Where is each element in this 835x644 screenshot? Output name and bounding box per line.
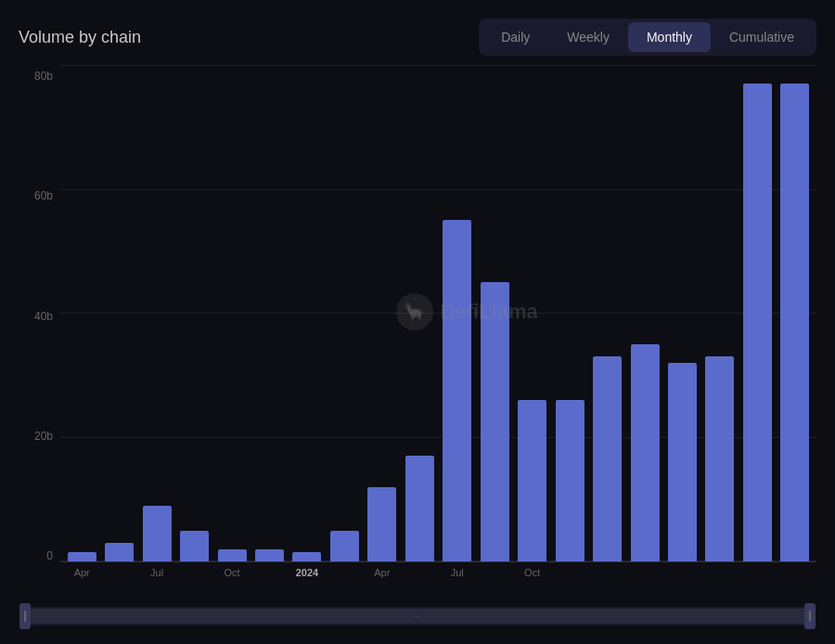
- scrollbar-thumb[interactable]: ⋯: [25, 609, 810, 624]
- tab-weekly[interactable]: Weekly: [548, 22, 628, 52]
- bar-wrapper: [102, 65, 135, 561]
- x-label-wrapper: Apr: [65, 567, 98, 578]
- y-label: 80b: [19, 70, 60, 83]
- x-label: Oct: [224, 567, 239, 578]
- bar-wrapper: [65, 65, 98, 561]
- bar[interactable]: [631, 344, 660, 561]
- bar-wrapper: [778, 65, 812, 561]
- bar[interactable]: [330, 531, 359, 561]
- chart-title: Volume by chain: [19, 28, 141, 47]
- x-label-wrapper: Apr: [366, 567, 399, 578]
- bar[interactable]: [405, 456, 434, 561]
- x-label-wrapper: Jul: [140, 567, 173, 578]
- x-label-wrapper: Oct: [215, 567, 249, 578]
- bar[interactable]: [443, 220, 471, 561]
- y-label: 0: [19, 549, 60, 562]
- main-container: Volume by chain DailyWeeklyMonthlyCumula…: [0, 0, 835, 644]
- bar[interactable]: [292, 552, 321, 561]
- bar-wrapper: [441, 65, 474, 561]
- x-label-wrapper: Oct: [515, 567, 548, 578]
- bars-container: 🦙 DefiLlama: [60, 65, 816, 562]
- bar-wrapper: [290, 65, 324, 561]
- scrollbar-handle-right[interactable]: [804, 603, 816, 629]
- bar[interactable]: [105, 543, 134, 561]
- tab-monthly[interactable]: Monthly: [628, 22, 711, 52]
- bar-wrapper: [252, 65, 286, 561]
- bar[interactable]: [255, 549, 284, 561]
- bar[interactable]: [367, 487, 396, 561]
- bar-wrapper: [515, 65, 548, 561]
- bar-wrapper: [703, 65, 737, 561]
- tab-group: DailyWeeklyMonthlyCumulative: [479, 19, 816, 56]
- bar[interactable]: [518, 400, 546, 561]
- chart-inner: 🦙 DefiLlama AprJulOct2024AprJulOct: [60, 65, 816, 590]
- bar-wrapper: [553, 65, 586, 561]
- y-label: 40b: [19, 310, 60, 323]
- y-label: 20b: [19, 430, 60, 443]
- bar-wrapper: [403, 65, 436, 561]
- bar[interactable]: [556, 400, 584, 561]
- handle-line-right: [809, 611, 811, 622]
- bar-wrapper: [478, 65, 511, 561]
- scrollbar-track[interactable]: ⋯: [23, 607, 812, 625]
- chart-area: 80b60b40b20b0 🦙 DefiLlama AprJulOct202: [19, 65, 816, 590]
- bar[interactable]: [668, 363, 697, 561]
- bar-wrapper: [215, 65, 249, 561]
- x-label-wrapper: 2024: [290, 567, 324, 578]
- scrollbar-handle-left[interactable]: [19, 603, 31, 629]
- x-label: Jul: [150, 567, 163, 578]
- bar-wrapper: [628, 65, 662, 561]
- bar[interactable]: [180, 531, 209, 561]
- bar-wrapper: [740, 65, 774, 561]
- bar[interactable]: [705, 356, 734, 561]
- handle-line-left: [24, 611, 26, 622]
- bar-wrapper: [665, 65, 699, 561]
- x-label-wrapper: Jul: [441, 567, 474, 578]
- chart-header: Volume by chain DailyWeeklyMonthlyCumula…: [19, 19, 816, 56]
- bar[interactable]: [218, 549, 247, 561]
- bar[interactable]: [68, 552, 96, 561]
- x-label: 2024: [296, 567, 318, 578]
- x-axis: AprJulOct2024AprJulOct: [60, 562, 816, 590]
- bar[interactable]: [743, 84, 772, 561]
- scrollbar-area[interactable]: ⋯: [19, 598, 816, 635]
- tab-cumulative[interactable]: Cumulative: [711, 22, 813, 52]
- bar-wrapper: [366, 65, 399, 561]
- x-label: Jul: [451, 567, 464, 578]
- y-label: 60b: [19, 189, 60, 202]
- x-label: Apr: [374, 567, 390, 578]
- bar-wrapper: [328, 65, 361, 561]
- bar-wrapper: [177, 65, 211, 561]
- x-label: Apr: [74, 567, 90, 578]
- bars-row: [60, 65, 816, 561]
- bar[interactable]: [143, 506, 172, 561]
- scrollbar-dots: ⋯: [412, 612, 423, 622]
- bar-wrapper: [140, 65, 173, 561]
- bar[interactable]: [481, 282, 509, 561]
- tab-daily[interactable]: Daily: [482, 22, 548, 52]
- x-label: Oct: [524, 567, 540, 578]
- bar[interactable]: [780, 84, 809, 561]
- y-axis: 80b60b40b20b0: [19, 65, 60, 590]
- bar-wrapper: [590, 65, 623, 561]
- bar[interactable]: [593, 356, 622, 561]
